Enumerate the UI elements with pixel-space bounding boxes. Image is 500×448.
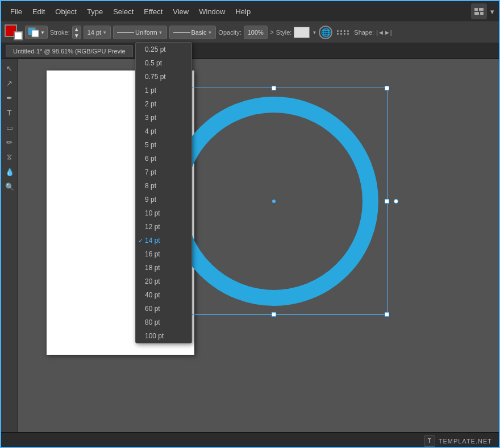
template-icon: T [424, 435, 435, 447]
basic-dropdown[interactable]: Basic ▼ [169, 26, 216, 39]
direct-select-icon[interactable]: ↗ [3, 76, 16, 90]
template-logo: T TEMPLATE.NET [424, 435, 492, 447]
type-tool-icon[interactable]: T [3, 106, 16, 119]
svg-rect-1 [479, 8, 484, 11]
rotate-handle[interactable] [394, 199, 398, 204]
shape-control[interactable]: |◄►| [376, 29, 392, 36]
zoom-tool-icon[interactable]: 🔍 [3, 180, 16, 193]
opacity-value: 100% [248, 29, 264, 36]
document-tab[interactable]: Untitled-1* @ 98.61% (RGB/GPU Previe [6, 45, 133, 57]
stroke-weight-value: 14 pt [88, 29, 101, 36]
stroke-option-12-pt[interactable]: 12 pt [136, 220, 191, 234]
svg-rect-5 [32, 30, 39, 37]
style-arrow[interactable]: ▼ [312, 30, 316, 35]
menu-select[interactable]: Select [109, 5, 138, 18]
menu-help[interactable]: Help [231, 5, 255, 18]
tools-panel: ↖ ↗ ✒ T ▭ ✏ ⧖ 💧 🔍 [1, 59, 18, 432]
canvas-area: ↖ ↗ ✒ T ▭ ✏ ⧖ 💧 🔍 [1, 59, 499, 432]
stroke-color-indicator[interactable] [5, 24, 23, 40]
stroke-option-0.75-pt[interactable]: 0.75 pt [136, 70, 191, 84]
select-tool-icon[interactable]: ↖ [3, 61, 16, 75]
shape-label: Shape: [354, 29, 374, 36]
stroke-option-5-pt[interactable]: 5 pt [136, 138, 191, 152]
template-name: TEMPLATE.NET [439, 438, 492, 445]
svg-rect-2 [474, 12, 479, 15]
stroke-option-9-pt[interactable]: 9 pt [136, 193, 191, 206]
stroke-option-40-pt[interactable]: 40 pt [136, 288, 191, 302]
stroke-option-80-pt[interactable]: 80 pt [136, 316, 191, 329]
uniform-label: Uniform [135, 29, 157, 36]
stroke-option-4-pt[interactable]: 4 pt [136, 125, 191, 138]
selected-shape-area[interactable] [160, 88, 388, 315]
pen-tool-icon[interactable]: ✒ [3, 91, 16, 105]
menu-object[interactable]: Object [51, 5, 81, 18]
basic-label: Basic [191, 29, 207, 36]
style-color-box[interactable] [294, 27, 310, 38]
stroke-option-16-pt[interactable]: 16 pt [136, 247, 191, 261]
circle-shape [160, 88, 388, 315]
menu-file[interactable]: File [6, 5, 27, 18]
fill-stroke-toggle[interactable]: ▼ [25, 26, 48, 39]
stroke-option-6-pt[interactable]: 6 pt [136, 152, 191, 165]
menu-bar: File Edit Object Type Select Effect View… [1, 1, 499, 22]
uniform-arrow: ▼ [159, 30, 163, 35]
stroke-option-7-pt[interactable]: 7 pt [136, 165, 191, 179]
stroke-weight-dropdown[interactable]: 14 pt ▼ [84, 26, 111, 39]
stroke-option-3-pt[interactable]: 3 pt [136, 111, 191, 125]
stroke-size-dropdown: 0.25 pt0.5 pt0.75 pt1 pt2 pt3 pt4 pt5 pt… [135, 42, 192, 343]
fill-stroke-arrow: ▼ [40, 30, 45, 35]
opacity-value-btn[interactable]: 100% [244, 26, 268, 39]
doc-tab-title: Untitled-1* @ 98.61% (RGB/GPU Previe [13, 48, 126, 55]
stroke-label: Stroke: [50, 29, 70, 36]
shape-tool-icon[interactable]: ▭ [3, 121, 16, 134]
basic-arrow: ▼ [207, 30, 212, 35]
menu-type[interactable]: Type [82, 5, 107, 18]
stroke-option-2-pt[interactable]: 2 pt [136, 97, 191, 111]
svg-point-6 [177, 105, 370, 298]
paint-tool-icon[interactable]: ✏ [3, 135, 16, 149]
canvas-container[interactable] [18, 59, 499, 432]
stroke-option-1-pt[interactable]: 1 pt [136, 84, 191, 97]
toolbar: ▼ Stroke: ▲▼ 14 pt ▼ Uniform ▼ Basic ▼ O… [1, 22, 499, 43]
globe-icon[interactable]: 🌐 [319, 26, 332, 39]
eyedropper-icon[interactable]: 💧 [3, 165, 16, 179]
stroke-option-18-pt[interactable]: 18 pt [136, 261, 191, 275]
workspace-icon[interactable] [471, 3, 487, 19]
menu-edit[interactable]: Edit [28, 5, 49, 18]
stroke-option-60-pt[interactable]: 60 pt [136, 302, 191, 316]
opacity-more[interactable]: > [270, 28, 274, 36]
stroke-weight-arrows[interactable]: ▲▼ [72, 26, 81, 39]
svg-rect-0 [474, 8, 478, 11]
stroke-option-8-pt[interactable]: 8 pt [136, 179, 191, 193]
opacity-label: Opacity: [218, 29, 241, 36]
menu-effect[interactable]: Effect [139, 5, 167, 18]
stroke-weight-arrow: ▼ [102, 30, 107, 35]
stroke-option-0.5-pt[interactable]: 0.5 pt [136, 56, 191, 70]
stroke-option-100-pt[interactable]: 100 pt [136, 329, 191, 343]
doc-tab-bar: Untitled-1* @ 98.61% (RGB/GPU Previe [1, 43, 499, 59]
menu-view[interactable]: View [168, 5, 193, 18]
stroke-option-0.25-pt[interactable]: 0.25 pt [136, 43, 191, 56]
stroke-option-10-pt[interactable]: 10 pt [136, 206, 191, 220]
stroke-option-14-pt[interactable]: ✓14 pt [136, 234, 191, 247]
style-label: Style: [276, 29, 292, 36]
svg-rect-3 [480, 12, 484, 15]
uniform-dropdown[interactable]: Uniform ▼ [113, 26, 166, 39]
status-bar: T TEMPLATE.NET [1, 432, 499, 448]
stroke-option-20-pt[interactable]: 20 pt [136, 275, 191, 288]
grid-dots-icon[interactable] [337, 30, 349, 35]
blend-tool-icon[interactable]: ⧖ [3, 150, 16, 164]
menu-window[interactable]: Window [194, 5, 230, 18]
workspace-arrow[interactable]: ▾ [490, 7, 494, 16]
